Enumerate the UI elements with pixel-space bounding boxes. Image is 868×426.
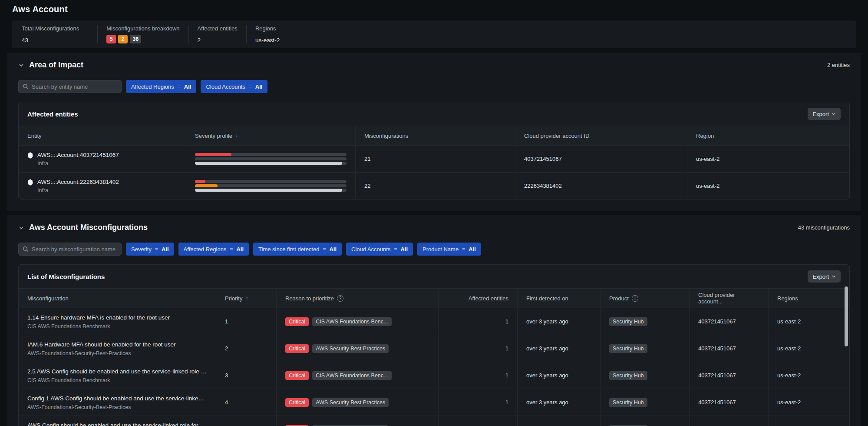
- col-region[interactable]: Region: [687, 126, 849, 145]
- filter-time-since-first-detected[interactable]: Time since first detected = All: [253, 243, 342, 256]
- entity-name[interactable]: AWS::::Account:222634381402: [37, 178, 119, 186]
- affected-entities-value: 1: [505, 345, 508, 352]
- filter-label: Product Name: [422, 246, 459, 253]
- misconfig-search[interactable]: [18, 243, 122, 256]
- entity-search[interactable]: [18, 80, 122, 93]
- entity-type: Infra: [37, 160, 119, 166]
- misconfiguration-name[interactable]: AWS Config should be enabled and use the…: [27, 422, 207, 426]
- misconfiguration-name[interactable]: Config.1 AWS Config should be enabled an…: [27, 395, 207, 402]
- col-misconfiguration[interactable]: Misconfiguration: [19, 289, 216, 308]
- severity-bar-track: [195, 189, 347, 192]
- misconfigurations-section: Aws Account Misconfigurations 43 misconf…: [7, 215, 861, 426]
- affected-entities-table: Entity Severity profile ↓ Misconfigurati…: [19, 126, 849, 199]
- misconfiguration-cell: 2.5 AWS Config should be enabled and use…: [19, 362, 216, 389]
- filter-affected-regions[interactable]: Affected Regions = All: [178, 243, 249, 256]
- filter-operator: =: [155, 246, 158, 252]
- filter-product-name[interactable]: Product Name = All: [417, 243, 481, 256]
- product-badge[interactable]: Security Hub: [609, 371, 647, 380]
- stat-label: Total Misconfigurations: [22, 25, 79, 32]
- account-id-cell: 403721451067: [689, 335, 768, 362]
- table-row[interactable]: AWS::::Account:403721451067 Infra 21 403…: [19, 145, 849, 172]
- col-product[interactable]: Product i: [600, 289, 689, 308]
- misconfig-search-input[interactable]: [32, 246, 117, 253]
- entity-name[interactable]: AWS::::Account:403721451067: [37, 151, 119, 159]
- severity-badge: Critical: [285, 398, 309, 407]
- reason-cell: Critical CIS AWS Foundations Benc...: [276, 362, 438, 389]
- col-reason[interactable]: Reason to prioritize ?: [276, 289, 438, 308]
- filter-cloud-accounts[interactable]: Cloud Accounts = All: [201, 80, 267, 93]
- filter-operator: =: [462, 246, 465, 252]
- table-row[interactable]: Config.1 AWS Config should be enabled an…: [19, 389, 849, 416]
- search-icon: [23, 83, 29, 90]
- misconfiguration-name[interactable]: 2.5 AWS Config should be enabled and use…: [27, 368, 207, 375]
- region-value: us-east-2: [777, 318, 801, 325]
- account-hexagon-icon: [27, 179, 33, 186]
- page-root: Aws Account Total Misconfigurations 43 M…: [0, 0, 868, 426]
- reason-badge[interactable]: CIS AWS Foundations Benc...: [312, 317, 391, 326]
- filter-affected-regions[interactable]: Affected Regions = All: [126, 80, 196, 93]
- chevron-down-icon[interactable]: [18, 225, 24, 231]
- export-button[interactable]: Export: [808, 270, 841, 283]
- card-title: List of Misconfigurations: [27, 273, 105, 280]
- regions-cell: us-east-2: [768, 416, 849, 426]
- severity-badge: Critical: [285, 344, 309, 353]
- reason-badge[interactable]: AWS Security Best Practices: [312, 398, 389, 407]
- help-icon[interactable]: ?: [337, 295, 343, 302]
- table-row[interactable]: AWS Config should be enabled and use the…: [19, 416, 849, 426]
- filter-label: Affected Regions: [131, 83, 174, 90]
- page-title: Aws Account: [7, 4, 861, 14]
- col-regions[interactable]: Regions: [768, 289, 849, 308]
- product-badge[interactable]: Security Hub: [609, 398, 647, 407]
- product-badge[interactable]: Security Hub: [609, 317, 647, 326]
- misconfiguration-name[interactable]: IAM.6 Hardware MFA should be enabled for…: [27, 341, 207, 348]
- affected-entities-cell: 1: [438, 362, 517, 389]
- account-id-value: 403721451067: [524, 156, 562, 162]
- affected-entities-value: 1: [505, 399, 508, 406]
- filter-operator: =: [178, 83, 181, 90]
- col-account-id[interactable]: Cloud provider account ID: [515, 126, 687, 145]
- col-first-detected[interactable]: First detected on: [517, 289, 600, 308]
- filter-label: Affected Regions: [184, 246, 227, 253]
- col-entity[interactable]: Entity: [19, 126, 186, 145]
- entity-search-input[interactable]: [32, 83, 117, 90]
- col-severity-profile[interactable]: Severity profile ↓: [186, 126, 355, 145]
- col-misconfigurations[interactable]: Misconfigurations: [355, 126, 515, 145]
- table-row[interactable]: AWS::::Account:222634381402 Infra 22 222…: [19, 172, 849, 199]
- reason-badge[interactable]: AWS Security Best Practices: [312, 344, 389, 353]
- first-detected-cell: over 3 years ago: [517, 308, 600, 335]
- col-affected-entities[interactable]: Affected entities: [438, 289, 517, 308]
- filter-value: All: [162, 246, 169, 253]
- section-title: Area of Impact: [29, 60, 83, 70]
- col-priority[interactable]: Priority ↑: [216, 289, 276, 308]
- misconfiguration-name[interactable]: 1.14 Ensure hardware MFA is enabled for …: [27, 314, 207, 321]
- severity-badge: Critical: [285, 317, 309, 326]
- reason-cell: Critical CIS AWS Foundations Benc...: [276, 308, 438, 335]
- filter-severity[interactable]: Severity = All: [126, 243, 174, 256]
- table-row[interactable]: 1.14 Ensure hardware MFA is enabled for …: [19, 308, 849, 335]
- priority-cell: 1: [216, 308, 276, 335]
- entities-count: 2 entities: [827, 62, 850, 68]
- reason-cell: Critical AWS Security Best Practices: [276, 335, 438, 362]
- priority-cell: 5: [216, 416, 276, 426]
- severity-count-badge: 5: [106, 35, 116, 43]
- misconfig-filter-pills: Severity = All Affected Regions = All Ti…: [126, 243, 481, 256]
- first-detected-value: over 3 years ago: [526, 372, 568, 379]
- product-badge[interactable]: Security Hub: [609, 344, 647, 353]
- col-account-id[interactable]: Cloud provider account...: [689, 289, 768, 308]
- chevron-down-icon[interactable]: [18, 62, 24, 68]
- table-row[interactable]: 2.5 AWS Config should be enabled and use…: [19, 362, 849, 389]
- account-id-value: 222634381402: [524, 183, 562, 189]
- filter-cloud-accounts[interactable]: Cloud Accounts = All: [346, 243, 413, 256]
- export-button[interactable]: Export: [808, 108, 841, 120]
- reason-badge[interactable]: CIS AWS Foundations Benc...: [312, 371, 391, 380]
- scrollbar-thumb[interactable]: [845, 286, 848, 346]
- account-id-cell: 222634381402: [689, 416, 768, 426]
- region-value: us-east-2: [777, 345, 801, 352]
- table-row[interactable]: IAM.6 Hardware MFA should be enabled for…: [19, 335, 849, 362]
- sort-asc-icon: ↑: [245, 295, 248, 301]
- filter-label: Cloud Accounts: [206, 83, 245, 90]
- entity-toolbar: Affected Regions = All Cloud Accounts = …: [18, 80, 850, 93]
- info-icon[interactable]: i: [632, 295, 638, 302]
- product-cell: Security Hub: [600, 362, 689, 389]
- severity-bar-fill: [195, 180, 205, 183]
